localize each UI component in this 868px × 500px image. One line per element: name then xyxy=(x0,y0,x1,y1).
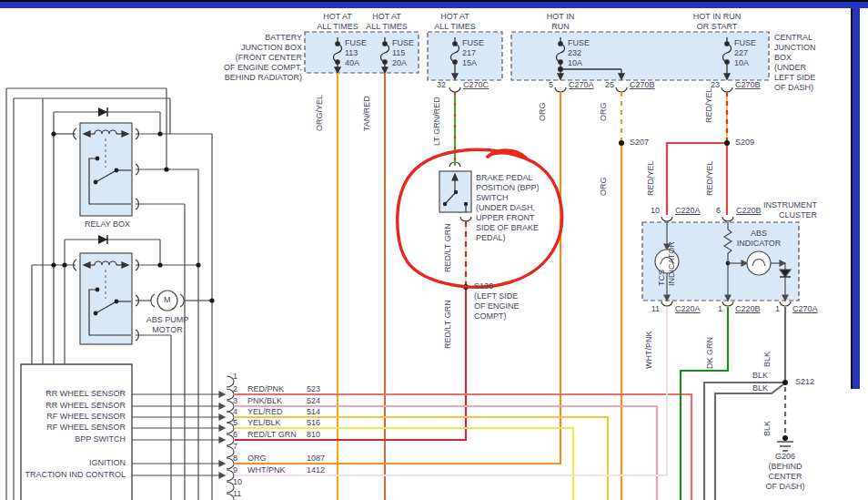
module-pin-label: RF WHEEL SENSOR xyxy=(21,423,126,433)
module-pin-number: 8 xyxy=(233,454,237,464)
wire-label-red-lt-grn: RED/LT GRN xyxy=(443,300,453,349)
pin-number: 11 xyxy=(641,304,660,314)
module-pin-number: 5 xyxy=(233,418,237,428)
splice-s212-dot xyxy=(782,380,788,385)
wire-label-blk: BLK xyxy=(762,421,772,436)
ground-g206-location: (BEHIND CENTER OF DASH) xyxy=(757,462,813,492)
circuit-number: 524 xyxy=(307,396,320,406)
circuit-number: 810 xyxy=(307,430,320,440)
splice-s136-label: S136 xyxy=(474,281,493,291)
hot-at-all-times-label: HOT AT ALL TIMES xyxy=(429,12,480,32)
wire-red-yel-left xyxy=(667,143,727,215)
module-pin-label: RF WHEEL SENSOR xyxy=(21,412,126,422)
pin-number: 10 xyxy=(641,206,660,216)
connector-c220a[interactable]: C220A xyxy=(675,206,701,216)
pin-number: 5 xyxy=(535,80,553,90)
central-junction-box-b xyxy=(511,32,769,80)
wiring-diagram-page: HOT AT ALL TIMES HOT AT ALL TIMES HOT AT… xyxy=(0,0,868,500)
wire-label-red-yel: RED/YEL xyxy=(646,160,656,196)
ground-g206-dot xyxy=(782,435,788,441)
splice-s136-location: (LEFT SIDE OF ENGINE COMPT) xyxy=(474,291,520,321)
abs-pump-motor-label: ABS PUMP MOTOR xyxy=(134,315,201,335)
circuit-number: 514 xyxy=(307,407,320,417)
fuse-232-label: FUSE 232 10A xyxy=(568,38,590,68)
connector-c270b[interactable]: C270B xyxy=(735,80,761,90)
hot-in-run-label: HOT IN RUN xyxy=(535,12,586,32)
module-pin-number: 1 xyxy=(233,372,237,382)
fuse-113-label: FUSE 113 40A xyxy=(345,38,367,68)
circuit-number: 516 xyxy=(307,418,320,428)
fuse-227-label: FUSE 227 10A xyxy=(734,38,756,68)
wire-color-label: ORG xyxy=(247,454,267,464)
pin-number: 1 xyxy=(704,304,722,314)
module-pin-number: 2 xyxy=(233,384,237,394)
module-pin-number: 6 xyxy=(233,430,237,440)
wire-label-org: ORG xyxy=(599,102,609,121)
wire-label-red-yel: RED/YEL xyxy=(704,87,714,123)
wire-color-label: PNK/BLK xyxy=(247,396,282,406)
wire-label-blk: BLK xyxy=(739,383,768,393)
fuse-217-label: FUSE 217 15A xyxy=(462,38,484,68)
circuit-number: 1087 xyxy=(307,454,325,464)
wire-color-label: WHT/PNK xyxy=(247,465,286,475)
fuse-115-label: FUSE 115 20A xyxy=(392,38,414,68)
module-pin-number: 3 xyxy=(233,396,237,406)
connector-c270b[interactable]: C270B xyxy=(630,80,655,90)
ground-g206-label: G206 xyxy=(757,452,813,462)
wire-label-tan-red: TAN/RED xyxy=(362,96,372,131)
wire-label-org: ORG xyxy=(538,102,548,121)
pin-number: 25 xyxy=(596,80,614,90)
wire-red-pnk xyxy=(235,394,691,500)
connector-c270a[interactable]: C270A xyxy=(792,304,818,314)
wire-label-red-yel: RED/YEL xyxy=(705,160,715,196)
wire-color-label: RED/PNK xyxy=(247,384,284,394)
circuit-number: 1412 xyxy=(307,465,325,475)
pin-number: 1 xyxy=(762,304,780,314)
diode-relay2 xyxy=(98,235,107,244)
connector-c220b[interactable]: C220B xyxy=(735,304,761,314)
wire-color-label: YEL/BLK xyxy=(247,418,281,428)
connector-c270c[interactable]: C270C xyxy=(463,80,489,90)
bpp-switch-label: BRAKE PEDAL POSITION (BPP) SWITCH (UNDER… xyxy=(476,173,540,243)
hot-at-all-times-label: HOT AT ALL TIMES xyxy=(314,12,361,32)
splice-s209-dot xyxy=(724,140,730,146)
motor-m-letter: M xyxy=(164,295,171,305)
wire-label-dk-grn: DK GRN xyxy=(705,337,715,369)
instrument-cluster-title: INSTRUMENT CLUSTER xyxy=(755,200,817,220)
wire-label-blk: BLK xyxy=(762,352,772,367)
module-pin-number: 11 xyxy=(233,489,241,499)
module-pin-label: BPP SWITCH xyxy=(21,434,126,444)
module-pin-label: RR WHEEL SENSOR xyxy=(21,401,126,411)
module-pin-leads xyxy=(132,376,234,500)
splice-s207-label: S207 xyxy=(630,138,649,148)
connector-c270a[interactable]: C270A xyxy=(569,80,594,90)
module-pin-number: 9 xyxy=(233,465,237,475)
wire-label-org: ORG xyxy=(599,177,609,196)
module-pin-number: 4 xyxy=(233,407,237,417)
ground-symbol xyxy=(777,442,793,451)
pin-number: 6 xyxy=(702,206,721,216)
wire-label-red-lt-grn: RED/LT GRN xyxy=(443,223,453,272)
circuit-number: 523 xyxy=(307,384,320,394)
wire-org-ignition xyxy=(235,92,560,464)
wire-color-label: RED/LT GRN xyxy=(247,430,297,440)
tcs-indicator-label: TCS INDICATOR xyxy=(657,241,677,286)
pin-number: 32 xyxy=(428,80,446,90)
hot-in-run-or-start-label: HOT IN RUN OR START xyxy=(684,12,750,32)
diode-relay1 xyxy=(98,107,107,117)
hot-at-all-times-label: HOT AT ALL TIMES xyxy=(363,12,410,32)
central-junction-box-label: CENTRAL JUNCTION BOX (UNDER LEFT SIDE OF… xyxy=(774,33,829,93)
diagram-canvas xyxy=(0,0,868,500)
module-pin-number: 10 xyxy=(233,477,242,487)
window-top-bar xyxy=(0,0,868,8)
battery-junction-box-label: BATTERY JUNCTION BOX (FRONT CENTER OF EN… xyxy=(218,33,302,83)
wire-label-lt-grn-red: LT GRN/RED xyxy=(432,97,442,146)
module-pin-number: 7 xyxy=(233,442,237,452)
wire-label-wht-pnk: WHT/PNK xyxy=(644,332,654,370)
module-pin-label: RR WHEEL SENSOR xyxy=(21,389,126,399)
connector-c220a[interactable]: C220A xyxy=(675,304,701,314)
module-pin-label: TRACTION IND CONTROL xyxy=(21,470,126,480)
wire-pnk-blk xyxy=(235,406,657,500)
wire-label-org-yel: ORG/YEL xyxy=(315,95,325,131)
relay-1-box xyxy=(80,123,132,216)
